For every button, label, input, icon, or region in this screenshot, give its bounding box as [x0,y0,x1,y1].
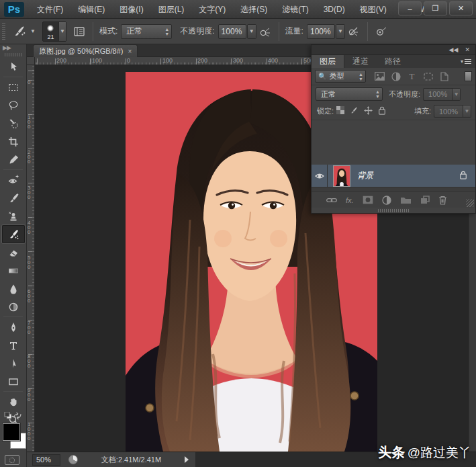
menu-文字(Y)[interactable]: 文字(Y) [191,0,233,19]
airbrush-button[interactable] [345,23,363,40]
lock-pixels-icon[interactable] [350,106,359,117]
tool-preset-picker[interactable]: ▼ [8,22,38,42]
photoshop-window: Ps 文件(F)编辑(E)图像(I)图层(L)文字(Y)选择(S)滤镜(T)3D… [0,0,476,467]
menu-文件(F)[interactable]: 文件(F) [30,0,70,19]
tab-layers[interactable]: 图层 [312,55,344,68]
document-title: 原图.jpg @ 50%(RGB/8#) [39,46,124,56]
panel-menu-button[interactable]: ▾ [461,55,475,68]
toolbar-separator [3,391,23,392]
brush-preset-picker[interactable]: 21 ▼ [42,22,66,42]
mode-value: 正常 [122,26,162,37]
pen-tool[interactable] [2,318,25,336]
blend-mode-select[interactable]: 正常 ▲▼ [121,24,172,39]
type-tool[interactable] [2,336,25,354]
filter-adjustment-layers-icon[interactable] [390,71,401,82]
maximize-button[interactable]: ❐ [424,1,447,15]
collapse-panel-icon[interactable]: ◀◀ [449,46,459,53]
panel-tabs: 图层 通道 路径 ▾ [312,55,475,68]
filtering-toggle[interactable] [465,71,472,81]
rect-marquee-tool[interactable] [2,78,25,96]
lock-all-icon[interactable] [378,106,386,117]
layers-panel-footer: fx. [312,192,475,208]
tab-paths[interactable]: 路径 [377,55,409,68]
add-layer-mask-icon[interactable] [363,196,373,204]
ruler-label-v: 4 0 0 [28,220,30,235]
opacity-value-box[interactable]: 100% [218,24,246,39]
eraser-tool[interactable] [2,243,25,261]
panel-resize-grip[interactable] [466,199,474,207]
ruler-label-h: 200 [197,57,207,64]
flow-dropdown[interactable]: ▼ [336,24,345,39]
status-options-arrow-icon[interactable] [185,456,189,463]
tab-channels[interactable]: 通道 [344,55,377,68]
filter-pixel-layers-icon[interactable] [374,71,385,82]
menu-图像(I)[interactable]: 图像(I) [112,0,150,19]
minimize-button[interactable]: – [398,1,422,15]
layer-blend-mode-select[interactable]: 正常 ▲▼ [316,87,383,101]
brush-picker-arrow[interactable]: ▼ [58,22,66,41]
zoom-level-field[interactable]: 50% [32,454,60,466]
filter-shape-layers-icon[interactable] [422,71,434,82]
close-button[interactable]: ✕ [449,1,473,15]
tablet-pressure-size-button[interactable] [373,23,390,40]
menu-视图(V)[interactable]: 视图(V) [352,0,394,19]
quick-mask-button[interactable] [5,455,19,465]
menu-编辑(E)[interactable]: 编辑(E) [70,0,112,19]
flow-value-box[interactable]: 100% [307,24,335,39]
layer-row-background[interactable]: 背景 [312,165,475,187]
updown-arrows-icon: ▲▼ [162,27,171,36]
hand-tool[interactable] [2,392,25,411]
brush-tool[interactable] [2,189,25,207]
ruler-label-h: 100 [92,57,102,64]
lasso-tool[interactable] [2,96,25,114]
gradient-tool[interactable] [2,261,25,280]
new-layer-icon[interactable] [420,196,430,204]
delete-layer-icon[interactable] [438,196,447,205]
new-group-icon[interactable] [400,196,412,204]
opacity-value: 100% [219,27,246,36]
link-layers-icon[interactable] [326,197,337,204]
eyedropper-tool[interactable] [2,151,25,169]
close-panel-icon[interactable]: ✕ [465,46,470,53]
panel-drag-handle[interactable] [378,209,409,212]
brush-size-value: 21 [43,34,58,40]
shape-tool[interactable] [2,372,25,390]
history-brush-tool[interactable] [2,225,25,243]
filter-type-layers-icon[interactable]: T [406,71,418,82]
layer-visibility-toggle[interactable] [312,165,328,187]
layer-thumbnail[interactable] [333,165,350,187]
opacity-dropdown[interactable]: ▼ [247,24,256,39]
status-clock-icon[interactable] [68,455,78,464]
default-colors-icon[interactable] [4,412,13,422]
menu-3D(D)[interactable]: 3D(D) [316,0,352,19]
layer-opacity-select[interactable]: 100% ▼ [423,88,461,101]
layer-style-icon[interactable]: fx. [346,196,354,204]
healing-brush-tool[interactable] [2,171,25,189]
crop-tool[interactable] [2,132,25,151]
swap-colors-icon[interactable] [13,412,22,422]
blur-tool[interactable] [2,280,25,298]
filter-type-select[interactable]: 🔍 类型 ▲▼ [315,70,366,83]
tablet-pressure-opacity-button[interactable] [256,23,274,40]
panel-dock-header: ◀◀ ✕ [312,45,475,55]
dodge-tool[interactable] [2,298,25,316]
layer-fill-select[interactable]: 100% ▼ [434,105,471,118]
menu-图层(L)[interactable]: 图层(L) [151,0,192,19]
toolbar-separator [3,316,23,317]
toolbar-collapse-button[interactable]: ▶▶ [0,44,26,52]
menu-滤镜(T)[interactable]: 滤镜(T) [275,0,316,19]
filter-smart-objects-icon[interactable] [438,71,450,82]
tab-close-icon[interactable]: × [128,48,132,55]
quick-selection-tool[interactable] [2,114,25,132]
clone-stamp-tool[interactable] [2,207,25,225]
move-tool[interactable] [2,58,25,76]
toggle-brush-panel-button[interactable] [70,23,88,40]
lock-position-icon[interactable] [364,106,373,117]
path-selection-tool[interactable] [2,354,25,372]
foreground-color-swatch[interactable] [3,423,20,441]
lock-transparency-icon[interactable] [336,106,344,116]
options-grip [2,23,5,40]
document-tab[interactable]: 原图.jpg @ 50%(RGB/8#) × [33,44,138,57]
menu-选择(S)[interactable]: 选择(S) [233,0,275,19]
new-adjustment-layer-icon[interactable] [382,196,391,205]
